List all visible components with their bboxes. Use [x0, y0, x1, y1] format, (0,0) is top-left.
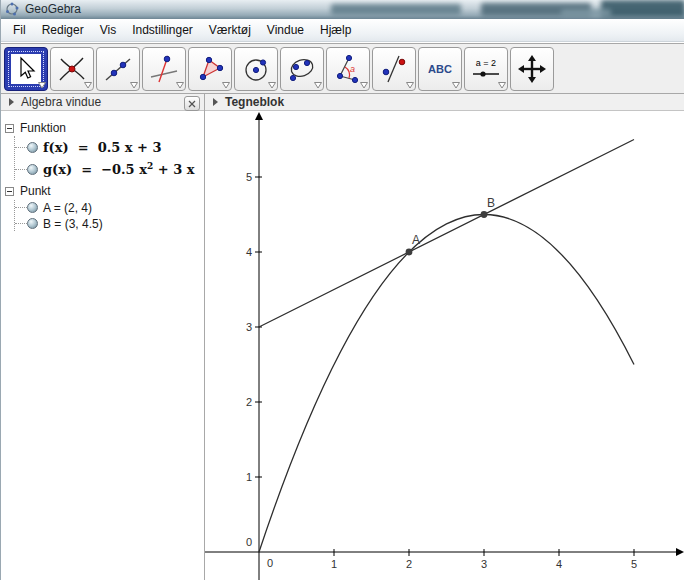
perpendicular-line-icon: [149, 54, 179, 84]
tool-dropdown-icon[interactable]: [268, 82, 276, 89]
tool-dropdown-icon[interactable]: [222, 82, 230, 89]
svg-text:0: 0: [246, 536, 252, 548]
algebra-panel-title: Algebra vindue: [21, 95, 101, 109]
svg-text:4: 4: [246, 246, 252, 258]
text-abc-icon: ABC: [423, 54, 457, 84]
close-icon: [188, 100, 196, 108]
reflect-object-icon: [379, 54, 409, 84]
svg-text:4: 4: [556, 558, 562, 570]
menu-hjaelp[interactable]: Hjælp: [312, 20, 359, 40]
collapse-minus-icon[interactable]: [5, 187, 14, 196]
svg-text:0: 0: [267, 557, 273, 569]
tool-polygon-button[interactable]: [188, 47, 232, 91]
tool-slider-button[interactable]: a = 2: [464, 47, 508, 91]
tool-angle-button[interactable]: a: [326, 47, 370, 91]
menu-indstillinger[interactable]: Indstillinger: [124, 20, 201, 40]
svg-text:2: 2: [406, 558, 412, 570]
tool-new-point-button[interactable]: [50, 47, 94, 91]
svg-text:ABC: ABC: [428, 63, 452, 75]
algebra-view: Funktion f(x) = 0.5 x + 3 g(x) = −0.5 x2…: [1, 111, 204, 580]
svg-text:a = 2: a = 2: [476, 58, 496, 68]
menu-vis[interactable]: Vis: [92, 20, 124, 40]
menu-vindue[interactable]: Vindue: [259, 20, 312, 40]
svg-text:2: 2: [246, 396, 252, 408]
algebra-item-g[interactable]: g(x) = −0.5 x2 + 3 x: [15, 158, 204, 180]
desktop-blur: [561, 9, 611, 17]
algebra-item-A[interactable]: A = (2, 4): [15, 200, 204, 215]
new-point-icon: [57, 54, 87, 84]
tool-ellipse-button[interactable]: [280, 47, 324, 91]
menu-fil[interactable]: Fil: [5, 20, 34, 40]
tool-text-button[interactable]: ABC: [418, 47, 462, 91]
graphics-panel-header: Tegneblok: [205, 94, 684, 111]
svg-text:1: 1: [246, 471, 252, 483]
svg-text:5: 5: [631, 558, 637, 570]
svg-text:B: B: [487, 196, 495, 210]
circle-center-point-icon: [241, 54, 271, 84]
graphics-panel-title: Tegneblok: [225, 95, 284, 109]
tool-move-drawing-pad-button[interactable]: [510, 47, 554, 91]
collapse-arrow-icon[interactable]: [213, 98, 218, 106]
tool-dropdown-icon[interactable]: [314, 82, 322, 89]
tool-dropdown-icon[interactable]: [84, 82, 92, 89]
object-marble-icon[interactable]: [27, 218, 38, 229]
algebra-group-funktion[interactable]: Funktion: [20, 121, 66, 135]
object-marble-icon[interactable]: [27, 202, 38, 213]
tool-dropdown-icon[interactable]: [130, 82, 138, 89]
algebra-item-B[interactable]: B = (3, 4.5): [15, 216, 204, 231]
collapse-minus-icon[interactable]: [5, 124, 14, 133]
svg-text:a: a: [350, 64, 355, 74]
tool-move-button[interactable]: [4, 47, 48, 91]
tool-dropdown-icon[interactable]: [498, 82, 506, 89]
desktop-blur: [601, 0, 684, 17]
collapse-arrow-icon[interactable]: [9, 98, 14, 106]
algebra-item-f[interactable]: f(x) = 0.5 x + 3: [15, 136, 204, 158]
tool-line-button[interactable]: [96, 47, 140, 91]
svg-text:3: 3: [481, 558, 487, 570]
desktop-blur: [331, 4, 461, 15]
tool-dropdown-icon[interactable]: [176, 82, 184, 89]
menu-vaerktoj[interactable]: Værktøj: [201, 20, 259, 40]
algebra-close-button[interactable]: [184, 96, 200, 111]
geogebra-window: GeoGebra Fil Rediger Vis Indstillinger V…: [0, 0, 684, 580]
svg-text:1: 1: [331, 558, 337, 570]
svg-text:A: A: [412, 233, 420, 247]
line-two-points-icon: [103, 54, 133, 84]
angle-icon: a: [333, 54, 363, 84]
tool-reflect-button[interactable]: [372, 47, 416, 91]
slider-icon: a = 2: [469, 54, 503, 84]
polygon-icon: [195, 54, 225, 84]
tool-bar: a ABC a: [1, 43, 684, 94]
move-drawing-pad-icon: [517, 54, 547, 84]
geogebra-logo-icon: [5, 2, 19, 16]
tool-dropdown-icon[interactable]: [38, 82, 46, 89]
algebra-panel-header: Algebra vindue: [1, 94, 204, 111]
tool-circle-button[interactable]: [234, 47, 278, 91]
tool-dropdown-icon[interactable]: [452, 82, 460, 89]
menu-bar: Fil Rediger Vis Indstillinger Værktøj Vi…: [1, 19, 684, 42]
algebra-group-punkt[interactable]: Punkt: [20, 184, 51, 198]
graphics-view[interactable]: 012345012345AB: [205, 111, 684, 580]
object-marble-icon[interactable]: [27, 164, 38, 175]
svg-text:5: 5: [246, 171, 252, 183]
graph-canvas[interactable]: 012345012345AB: [205, 111, 684, 580]
tool-dropdown-icon[interactable]: [406, 82, 414, 89]
tool-perpendicular-line-button[interactable]: [142, 47, 186, 91]
window-titlebar[interactable]: GeoGebra: [1, 0, 684, 19]
ellipse-icon: [287, 54, 317, 84]
menu-rediger[interactable]: Rediger: [34, 20, 92, 40]
object-marble-icon[interactable]: [27, 142, 38, 153]
move-cursor-icon: [11, 54, 41, 84]
tool-dropdown-icon[interactable]: [360, 82, 368, 89]
window-title: GeoGebra: [25, 2, 81, 16]
svg-text:3: 3: [246, 321, 252, 333]
